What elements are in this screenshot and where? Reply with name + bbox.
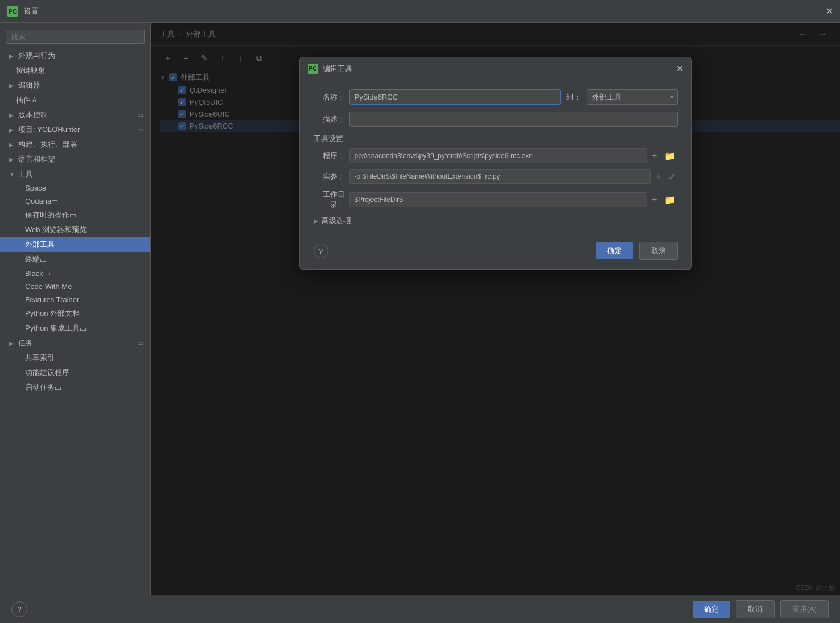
cancel-button[interactable]: 取消 [736, 600, 775, 618]
apply-button[interactable]: 应用(A) [780, 600, 829, 618]
dialog-overlay: PC 编辑工具 ✕ 名称： 组： 外部工具 [151, 23, 840, 595]
sidebar-item-qodana[interactable]: Qodana ▭ [0, 195, 150, 208]
sidebar-item-lang[interactable]: ▶ 语言和框架 [0, 152, 150, 167]
sidebar-item-features-trainer[interactable]: Features Trainer [0, 293, 150, 306]
sidebar-item-terminal[interactable]: 终端 ▭ [0, 252, 150, 267]
group-select[interactable]: 外部工具 [587, 89, 678, 105]
sidebar-item-python-ext-docs[interactable]: Python 外部文档 [0, 306, 150, 321]
group-select-wrapper: 外部工具 ▾ [587, 89, 678, 105]
dialog-titlebar: PC 编辑工具 ✕ [300, 57, 691, 80]
search-input[interactable] [6, 30, 145, 44]
sidebar-item-code-with-me[interactable]: Code With Me [0, 280, 150, 293]
advanced-arrow-icon: ▶ [314, 218, 318, 224]
sidebar-item-keymaps[interactable]: 按键映射 [0, 63, 150, 78]
sidebar-item-space[interactable]: Space [0, 181, 150, 195]
window-close-button[interactable]: ✕ [826, 6, 833, 16]
sidebar-item-black[interactable]: Black ▭ [0, 267, 150, 280]
program-add-button[interactable]: + [649, 151, 659, 161]
dialog-cancel-button[interactable]: 取消 [639, 242, 678, 260]
sidebar-item-feature-suggest[interactable]: 功能建议程序 [0, 365, 150, 380]
tool-settings: 工具设置 程序： + 📁 实参： + [314, 134, 678, 210]
advanced-label: 高级选项 [322, 216, 351, 226]
args-add-button[interactable]: + [653, 171, 663, 181]
workdir-row: 工作目录： + 📁 [314, 189, 678, 210]
sidebar-item-appearance[interactable]: ▶ 外观与行为 [0, 48, 150, 63]
app-icon: PC [7, 6, 18, 17]
arrow-icon: ▶ [9, 53, 17, 59]
ok-button[interactable]: 确定 [693, 601, 730, 618]
workdir-add-button[interactable]: + [649, 195, 659, 205]
args-label: 实参： [314, 171, 345, 181]
bottom-bar: ? 确定 取消 应用(A) [0, 595, 840, 623]
main-layout: ▶ 外观与行为 按键映射 ▶ 编辑器 插件 Ａ ▶ 版本控制 ▭ ▶ 项目: Y… [0, 23, 840, 595]
sidebar-item-save-actions[interactable]: 保存时的操作 ▭ [0, 208, 150, 222]
name-label: 名称： [314, 92, 345, 102]
sidebar-item-project[interactable]: ▶ 项目: YOLOHunter ▭ [0, 122, 150, 137]
arrow-icon: ▶ [9, 112, 17, 118]
arrow-icon: ▶ [9, 82, 17, 89]
advanced-options[interactable]: ▶ 高级选项 [314, 216, 678, 226]
dialog-close-button[interactable]: ✕ [676, 63, 683, 74]
arrow-icon: ▶ [9, 142, 17, 148]
sidebar-item-tools[interactable]: ▼ 工具 [0, 167, 150, 181]
sidebar-item-build[interactable]: ▶ 构建、执行、部署 [0, 137, 150, 152]
section-title: 工具设置 [314, 134, 678, 144]
workdir-input[interactable] [349, 192, 648, 207]
sidebar-item-external-tools[interactable]: 外部工具 [0, 237, 150, 252]
dialog-body: 名称： 组： 外部工具 ▾ 描述： [300, 80, 691, 235]
dialog-footer: ? 确定 取消 [300, 235, 691, 269]
desc-label: 描述： [314, 114, 345, 125]
sidebar-item-shared-index[interactable]: 共享索引 [0, 350, 150, 365]
sidebar: ▶ 外观与行为 按键映射 ▶ 编辑器 插件 Ａ ▶ 版本控制 ▭ ▶ 项目: Y… [0, 23, 151, 595]
program-row: 程序： + 📁 [314, 148, 678, 163]
program-folder-button[interactable]: 📁 [662, 151, 678, 162]
arrow-icon: ▶ [9, 156, 17, 163]
sidebar-item-vcs[interactable]: ▶ 版本控制 ▭ [0, 108, 150, 122]
arrow-icon: ▼ [9, 171, 17, 178]
name-group-row: 名称： 组： 外部工具 ▾ [314, 89, 678, 105]
group-label-text: 组： [566, 92, 581, 102]
name-input[interactable] [349, 89, 561, 105]
dialog-app-icon: PC [308, 64, 318, 74]
sidebar-item-plugins[interactable]: 插件 Ａ [0, 93, 150, 108]
sidebar-item-web-browser[interactable]: Web 浏览器和预览 [0, 222, 150, 237]
program-input[interactable] [349, 148, 648, 163]
window-title: 设置 [24, 6, 39, 16]
dialog-help-button[interactable]: ? [314, 244, 328, 258]
workdir-folder-button[interactable]: 📁 [662, 195, 678, 205]
arrow-icon: ▶ [9, 340, 17, 346]
arrow-icon: ▶ [9, 127, 17, 133]
title-bar: PC 设置 ✕ [0, 0, 840, 23]
content-area: 工具 › 外部工具 ← → + − ✎ ↑ ↓ ⧉ ▼ ✓ 外部工具 ✓ [151, 23, 840, 595]
edit-tool-dialog: PC 编辑工具 ✕ 名称： 组： 外部工具 [299, 57, 692, 270]
sidebar-item-editor[interactable]: ▶ 编辑器 [0, 78, 150, 93]
dialog-title: 编辑工具 [323, 64, 676, 74]
args-input[interactable] [349, 169, 652, 184]
program-label: 程序： [314, 151, 345, 161]
help-button[interactable]: ? [11, 601, 27, 617]
desc-input[interactable] [349, 112, 678, 127]
sidebar-item-python-integrated[interactable]: Python 集成工具 ▭ [0, 321, 150, 336]
sidebar-item-tasks[interactable]: ▶ 任务 ▭ [0, 336, 150, 350]
dialog-ok-button[interactable]: 确定 [596, 242, 633, 259]
desc-row: 描述： [314, 112, 678, 127]
args-expand-button[interactable]: ⤢ [666, 171, 678, 182]
workdir-label: 工作目录： [314, 189, 345, 210]
sidebar-item-startup-tasks[interactable]: 启动任务 ▭ [0, 380, 150, 395]
args-row: 实参： + ⤢ [314, 169, 678, 184]
